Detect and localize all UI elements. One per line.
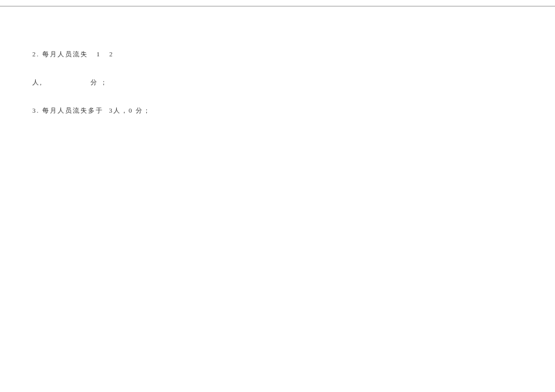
document-body: 2. 每月人员流失 1 2 人, 分 ； 3. 每月人员流失多于 3人，0 分；	[32, 31, 151, 124]
rule-item-2-line-2: 人, 分 ；	[32, 78, 151, 87]
rule-item-2-line-1: 2. 每月人员流失 1 2	[32, 50, 151, 59]
rule-item-3-rest: 3人，0 分；	[109, 107, 152, 114]
horizontal-rule	[0, 6, 555, 6]
rule-item-3-prefix: 3. 每月人员流失多于	[32, 107, 109, 114]
rule-item-3: 3. 每月人员流失多于 3人，0 分；	[32, 106, 151, 116]
